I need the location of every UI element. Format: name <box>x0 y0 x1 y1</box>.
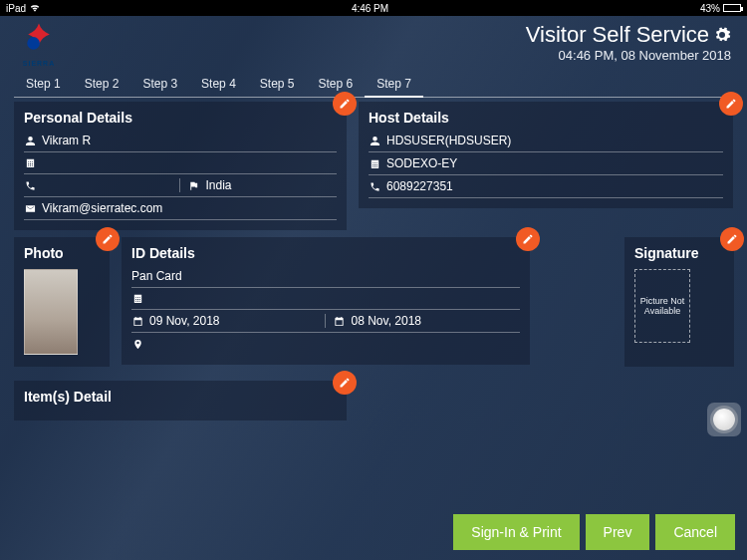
page-title: Visitor Self Service <box>526 22 731 48</box>
panel-photo: Photo <box>14 237 110 367</box>
tab-step-1[interactable]: Step 1 <box>14 72 73 97</box>
edit-items-button[interactable] <box>333 371 357 395</box>
host-title: Host Details <box>369 110 723 130</box>
edit-photo-button[interactable] <box>96 227 120 251</box>
gear-icon[interactable] <box>713 26 731 44</box>
device-label: iPad <box>6 3 26 14</box>
svg-point-0 <box>27 37 40 50</box>
calendar-icon <box>131 316 143 327</box>
panel-host-details: Host Details HDSUSER(HDSUSER) SODEXO-EY … <box>359 102 733 208</box>
host-phone: 6089227351 <box>386 179 723 193</box>
page-datetime: 04:46 PM, 08 November 2018 <box>526 48 731 63</box>
email-icon <box>24 203 36 214</box>
id-issue-date: 09 Nov, 2018 <box>149 314 319 328</box>
host-name: HDSUSER(HDSUSER) <box>386 134 723 147</box>
id-expiry-date: 08 Nov, 2018 <box>352 314 521 328</box>
personal-email: Vikram@sierratec.com <box>42 201 337 215</box>
brand-logo: SIERRA <box>14 20 64 67</box>
signature-title: Signature <box>634 245 724 265</box>
flag-icon <box>188 180 200 191</box>
id-title: ID Details <box>131 245 520 265</box>
tab-step-5[interactable]: Step 5 <box>248 72 307 97</box>
brand-text: SIERRA <box>14 60 64 67</box>
edit-signature-button[interactable] <box>720 227 744 251</box>
page-title-text: Visitor Self Service <box>526 22 709 48</box>
calendar-icon <box>334 316 346 327</box>
signature-placeholder-text: Picture Not Available <box>637 296 687 316</box>
tab-step-2[interactable]: Step 2 <box>73 72 131 97</box>
signin-print-button[interactable]: Sign-In & Print <box>453 514 579 550</box>
panel-personal-details: Personal Details Vikram R India Vikram@s… <box>14 102 347 230</box>
panel-signature: Signature Picture Not Available <box>624 237 734 367</box>
personal-name: Vikram R <box>42 134 337 147</box>
footer-actions: Sign-In & Print Prev Cancel <box>453 514 735 550</box>
phone-icon <box>24 180 36 191</box>
user-icon <box>369 136 380 146</box>
tab-step-4[interactable]: Step 4 <box>189 72 248 97</box>
tab-step-3[interactable]: Step 3 <box>130 72 189 97</box>
panel-id-details: ID Details Pan Card 09 Nov, 2018 08 Nov,… <box>122 237 530 365</box>
panel-items-detail: Item(s) Detail <box>14 381 347 420</box>
photo-title: Photo <box>24 245 100 265</box>
id-type: Pan Card <box>131 269 520 283</box>
marker-icon <box>131 339 143 350</box>
tab-step-6[interactable]: Step 6 <box>307 72 366 97</box>
assistive-touch[interactable] <box>707 403 741 436</box>
tab-step-7[interactable]: Step 7 <box>365 72 423 98</box>
building-icon <box>131 293 143 304</box>
status-time: 4:46 PM <box>40 3 700 14</box>
battery-icon <box>723 4 741 12</box>
items-title: Item(s) Detail <box>24 389 337 409</box>
signature-placeholder[interactable]: Picture Not Available <box>634 269 690 343</box>
visitor-photo[interactable] <box>24 269 78 355</box>
prev-button[interactable]: Prev <box>586 514 650 550</box>
phone-icon <box>369 181 380 192</box>
edit-host-button[interactable] <box>719 92 743 116</box>
cancel-button[interactable]: Cancel <box>655 514 735 550</box>
building-icon <box>369 158 380 169</box>
edit-personal-button[interactable] <box>333 92 357 116</box>
step-tabs: Step 1 Step 2 Step 3 Step 4 Step 5 Step … <box>14 72 733 98</box>
edit-id-button[interactable] <box>516 227 540 251</box>
host-company: SODEXO-EY <box>386 156 723 170</box>
personal-country: India <box>206 178 338 192</box>
battery-percent: 43% <box>700 3 720 14</box>
wifi-icon <box>30 3 40 14</box>
user-icon <box>24 136 36 146</box>
status-bar: iPad 4:46 PM 43% <box>0 0 747 16</box>
building-icon <box>24 157 36 168</box>
personal-title: Personal Details <box>24 110 337 130</box>
